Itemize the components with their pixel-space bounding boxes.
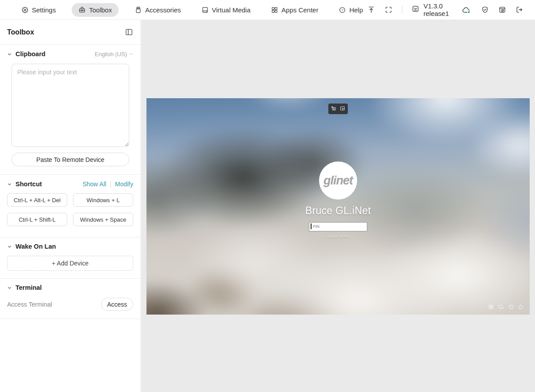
app-window: Settings Toolbox	[0, 0, 535, 392]
access-terminal-button[interactable]: Access	[101, 298, 133, 311]
tab-label: Virtual Media	[212, 6, 250, 14]
version-label: V1.3.0 release1	[423, 2, 453, 17]
clipboard-section: Clipboard English (US) Paste To Remote D…	[0, 45, 140, 174]
svg-text:?: ?	[342, 8, 344, 12]
show-all-link[interactable]: Show All	[82, 181, 106, 188]
shortcut-button-windows-l[interactable]: Windows + L	[73, 193, 133, 207]
terminal-section-title: Terminal	[15, 284, 42, 291]
tab-virtual-media[interactable]: Virtual Media	[197, 3, 255, 17]
screenshot-icon[interactable]	[331, 105, 336, 113]
help-question-icon: ?	[339, 6, 346, 14]
ease-of-access-icon[interactable]	[508, 304, 514, 310]
workspace: glinet Bruce GL.iNet I forgot my PIN	[141, 20, 535, 392]
sidebar-title: Toolbox	[7, 28, 34, 36]
wake-on-lan-section-toggle[interactable]: Wake On Lan	[7, 243, 133, 250]
login-system-tray	[488, 304, 523, 310]
pin-field-wrapper	[309, 222, 367, 231]
forgot-pin-link[interactable]: I forgot my PIN	[326, 234, 350, 238]
shortcut-button-windows-space[interactable]: Windows + Space	[73, 213, 133, 226]
cloud-status-icon[interactable]	[462, 6, 472, 14]
topbar-actions: V1.3.0 release1	[367, 2, 523, 17]
session-history-icon[interactable]	[498, 6, 506, 14]
glinet-logo: glinet	[323, 174, 353, 188]
fullscreen-icon[interactable]	[385, 6, 393, 14]
virtual-media-disk-icon	[201, 6, 209, 14]
topbar-divider	[402, 6, 402, 14]
tab-label: Accessories	[145, 6, 181, 14]
tab-label: Settings	[32, 6, 56, 14]
shortcut-section-title: Shortcut	[15, 181, 42, 188]
user-avatar: glinet	[319, 161, 357, 200]
toolbox-sidebar: Toolbox Clipboard English (US)	[0, 20, 141, 392]
windows-login-panel: glinet Bruce GL.iNet I forgot my PIN	[146, 161, 530, 238]
chevron-down-icon	[7, 285, 12, 290]
shortcut-button-ctrl-shift-l[interactable]: Ctrl-L + Shift-L	[7, 213, 67, 226]
tab-label: Toolbox	[89, 6, 112, 14]
keyboard-language-select[interactable]: English (US)	[95, 51, 133, 58]
toolbox-icon	[78, 6, 86, 14]
shortcut-section: Shortcut Show All | Modify Ctrl-L + Alt-…	[0, 175, 140, 237]
paste-to-remote-button[interactable]: Paste To Remote Device	[12, 153, 129, 166]
apps-grid-icon	[271, 6, 278, 14]
update-box-icon	[412, 5, 420, 15]
shortcut-button-ctrl-alt-del[interactable]: Ctrl-L + Alt-L + Del	[7, 193, 67, 207]
terminal-section-toggle[interactable]: Terminal	[7, 284, 133, 291]
chevron-down-icon	[7, 244, 12, 249]
text-cursor	[311, 223, 312, 229]
username-label: Bruce GL.iNet	[305, 205, 371, 217]
tab-label: Apps Center	[281, 6, 318, 14]
upload-icon[interactable]	[367, 6, 375, 14]
remote-screen-viewport[interactable]: glinet Bruce GL.iNet I forgot my PIN	[146, 98, 530, 315]
collapse-panel-icon[interactable]	[125, 28, 133, 36]
add-device-button[interactable]: + Add Device	[7, 256, 133, 271]
topbar: Settings Toolbox	[0, 0, 535, 20]
wake-on-lan-section-title: Wake On Lan	[15, 243, 56, 250]
clipboard-section-title: Clipboard	[15, 50, 46, 58]
version-info[interactable]: V1.3.0 release1	[412, 2, 453, 17]
tab-label: Help	[349, 6, 363, 14]
link-separator: |	[110, 181, 112, 188]
shortcut-grid: Ctrl-L + Alt-L + Del Windows + L Ctrl-L …	[7, 193, 133, 226]
tab-toolbox[interactable]: Toolbox	[72, 3, 119, 17]
chevron-down-icon	[129, 52, 133, 56]
wake-on-lan-section: Wake On Lan + Add Device	[0, 238, 140, 278]
power-icon[interactable]	[518, 304, 523, 310]
language-value: English (US)	[95, 51, 127, 58]
main-nav: Settings Toolbox	[17, 3, 367, 17]
logout-icon[interactable]	[516, 6, 523, 14]
tab-accessories[interactable]: Accessories	[130, 3, 185, 17]
tab-settings[interactable]: Settings	[17, 3, 60, 17]
tab-help[interactable]: ? Help	[334, 3, 367, 17]
shield-check-icon[interactable]	[481, 6, 489, 14]
input-method-icon[interactable]	[488, 304, 494, 310]
chevron-down-icon	[7, 52, 12, 57]
clipboard-text-input[interactable]	[12, 64, 129, 147]
usb-accessory-icon	[135, 6, 142, 14]
pin-input[interactable]	[309, 222, 367, 231]
shortcut-section-toggle[interactable]: Shortcut	[7, 181, 42, 188]
screen-floating-toolbar	[328, 104, 348, 114]
modify-link[interactable]: Modify	[115, 181, 133, 188]
network-icon[interactable]	[498, 304, 504, 310]
terminal-section: Terminal Access Terminal Access	[0, 279, 140, 319]
popout-screen-icon[interactable]	[340, 105, 345, 113]
access-terminal-label: Access Terminal	[7, 301, 52, 308]
clipboard-section-toggle[interactable]: Clipboard	[7, 50, 46, 58]
divider	[0, 319, 140, 319]
settings-gear-icon	[21, 6, 29, 14]
chevron-down-icon	[7, 182, 12, 187]
sidebar-header: Toolbox	[0, 20, 140, 44]
tab-apps-center[interactable]: Apps Center	[266, 3, 323, 17]
